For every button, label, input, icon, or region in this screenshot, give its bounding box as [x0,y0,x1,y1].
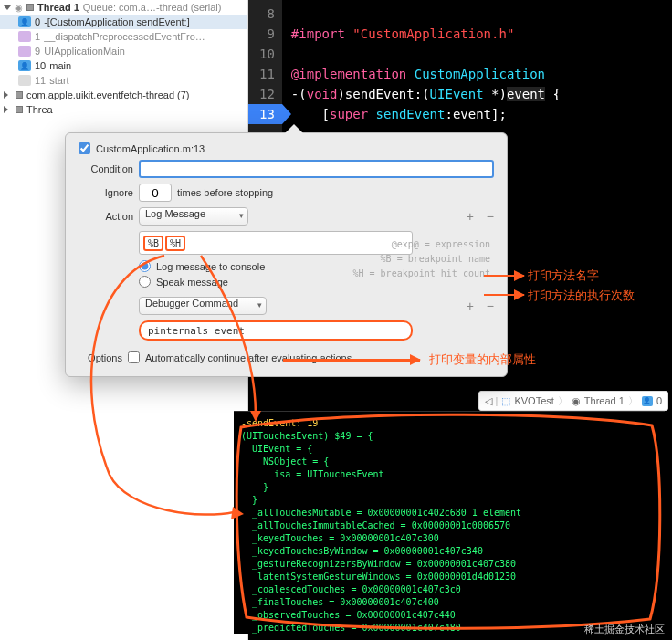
token-hit-count: %H [165,236,185,251]
frame-label: UIApplicationMain [44,46,125,57]
breakpoint-enabled-checkbox[interactable] [79,142,90,154]
thread-1-row[interactable]: ◉ Thread 1 Queue: com.a…-thread (serial) [0,0,247,15]
frame-label: start [49,75,68,86]
format-hints: @exp@ = expression %B = breakpoint name … [352,237,490,281]
frame-number: 0 [35,16,40,27]
debug-breadcrumb-bar[interactable]: ◁ | ⬚ KVOTest 〉 ◉ Thread 1 〉 👤 0 [478,391,668,411]
arrow-icon [484,275,524,277]
disclosure-triangle-icon[interactable] [4,5,11,10]
breadcrumb-project[interactable]: KVOTest [514,395,553,406]
token-breakpoint-name: %B [143,236,163,251]
popover-title: CustomApplication.m:13 [96,143,205,154]
disclosure-triangle-icon[interactable] [4,91,12,99]
action-label: Action [79,211,133,222]
breadcrumb-frame[interactable]: 0 [656,395,662,406]
frame-icon [18,31,31,42]
speak-message-label: Speak message [156,277,228,288]
thread-3-row[interactable]: Threa [0,102,247,117]
breakpoint-editor-popover: CustomApplication.m:13 Condition Ignore … [65,132,508,377]
arrow-icon [484,294,524,296]
frame-icon: 👤 [642,396,653,406]
stack-frame-10[interactable]: 👤 10 main [0,58,247,73]
thread-icon [16,106,23,113]
thread-icon [26,4,34,11]
stack-frame-9[interactable]: 9 UIApplicationMain [0,44,247,58]
frame-number: 10 [35,60,46,71]
options-label: Options [79,352,122,363]
stack-frame-11[interactable]: 11 start [0,73,247,88]
frame-number: 9 [35,46,40,57]
debug-console[interactable]: -sendEvent: 19 (UITouchesEvent) $49 = { … [234,411,665,634]
action-type-select[interactable]: Log Message [139,207,248,226]
stack-frame-1[interactable]: 1 __dispatchPreprocessedEventFro… [0,29,247,44]
nav-back-icon[interactable]: ◁ [485,395,492,407]
speak-message-radio[interactable] [139,276,151,288]
remove-action-button[interactable]: − [487,209,494,224]
auto-continue-checkbox[interactable] [128,351,140,363]
thread-label: Thread 1 [37,2,79,13]
frame-number: 1 [35,31,40,42]
ignore-count-input[interactable] [139,184,172,202]
frame-number: 11 [35,75,46,86]
add-action-button[interactable]: + [467,209,474,224]
annotation-method-name: 打印方法名字 [528,268,599,284]
stack-frame-0[interactable]: 👤 0 -[CustomApplication sendEvent:] [0,15,247,29]
add-action-button[interactable]: + [467,299,474,313]
ignore-label: Ignore [79,187,133,198]
frame-label: main [49,60,71,71]
ignore-suffix: times before stopping [177,187,273,198]
watermark: 稀土掘金技术社区 [584,623,665,636]
action2-type-select[interactable]: Debugger Command [139,297,267,315]
thread-icon [16,91,23,99]
remove-action-button[interactable]: − [487,299,494,313]
log-to-console-radio[interactable] [139,260,151,272]
frame-icon [18,75,31,86]
frame-icon: 👤 [18,16,31,27]
debugger-command-input[interactable]: pinternals event [139,320,413,341]
thread-label: com.apple.uikit.eventfetch-thread (7) [26,89,190,100]
frame-icon [18,46,31,57]
breadcrumb-thread[interactable]: Thread 1 [584,395,625,406]
thread-queue-label: Queue: com.a…-thread (serial) [83,2,222,13]
condition-label: Condition [79,163,133,174]
log-to-console-label: Log message to console [156,261,265,272]
arrow-icon [283,359,420,362]
frame-icon: 👤 [18,60,31,71]
thread-2-row[interactable]: com.apple.uikit.eventfetch-thread (7) [0,88,247,102]
frame-label: __dispatchPreprocessedEventFro… [44,31,205,42]
frame-label: -[CustomApplication sendEvent:] [44,16,190,27]
disclosure-triangle-icon[interactable] [4,106,12,113]
eye-icon: ◉ [15,3,23,13]
annotation-hit-count: 打印方法的执行次数 [528,288,635,304]
condition-input[interactable] [139,160,494,178]
thread-label: Threa [26,104,53,115]
annotation-internal-props: 打印变量的内部属性 [429,351,536,368]
